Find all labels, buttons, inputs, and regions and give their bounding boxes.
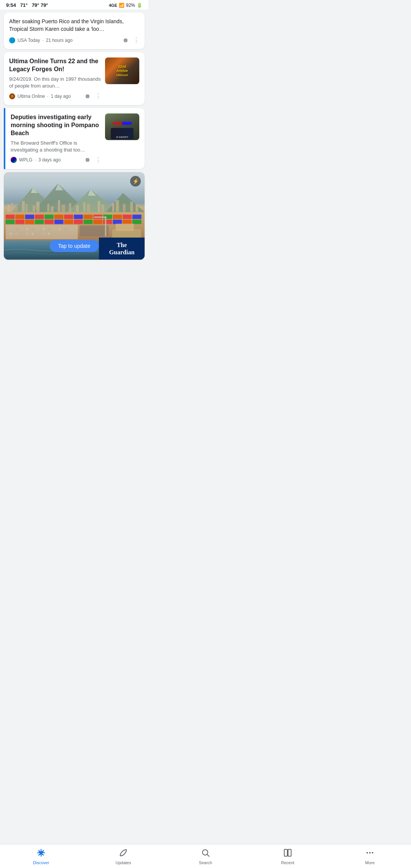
svg-rect-43 (6, 220, 15, 224)
mic-icon[interactable]: ⏺ (123, 37, 129, 44)
usa-today-source-row: USA Today · 21 hours ago ⏺ ⋮ (9, 37, 139, 44)
status-time-temp: 9:54 71° 79° 79° (6, 2, 48, 8)
police-thumbnail: ★ SHERIFF (105, 113, 139, 140)
separator: · (42, 38, 43, 43)
svg-rect-44 (15, 220, 24, 224)
svg-rect-13 (36, 202, 40, 212)
svg-rect-33 (45, 215, 54, 219)
card-text: Ultima Online Turns 22 and the Legacy Fo… (9, 57, 101, 100)
svg-rect-21 (87, 204, 90, 212)
svg-rect-54 (113, 220, 122, 224)
ultima-thumb-text: 22ndAnniveUltimoO (115, 63, 129, 78)
svg-point-74 (32, 233, 34, 235)
content-area: After soaking Puerto Rico and the Virgin… (0, 13, 148, 289)
temps2: 79° 79° (32, 2, 48, 8)
more-options-icon[interactable]: ⋮ (133, 37, 139, 44)
ultima-actions: ⏺ ⋮ (84, 93, 101, 100)
svg-rect-51 (84, 220, 93, 224)
svg-rect-52 (93, 220, 102, 224)
ultima-title: Ultima Online Turns 22 and the Legacy Fo… (9, 57, 101, 73)
svg-rect-80 (94, 216, 106, 218)
usa-today-snippet: After soaking Puerto Rico and the Virgin… (9, 18, 139, 33)
svg-rect-36 (74, 215, 83, 219)
ultima-online-card[interactable]: Ultima Online Turns 22 and the Legacy Fo… (4, 52, 145, 105)
svg-rect-8 (11, 203, 13, 212)
svg-rect-27 (130, 202, 133, 212)
svg-rect-14 (47, 204, 50, 212)
svg-rect-29 (6, 215, 15, 219)
svg-rect-7 (7, 204, 10, 212)
guardian-logo: TheGuardian (99, 238, 145, 260)
wplg-time: 3 days ago (38, 157, 61, 163)
usa-today-time: 21 hours ago (46, 38, 73, 43)
svg-rect-79 (105, 216, 107, 236)
svg-point-64 (43, 228, 45, 230)
svg-rect-56 (132, 220, 142, 224)
pompano-mic-icon[interactable]: ⏺ (84, 156, 91, 163)
svg-point-68 (64, 228, 66, 230)
tap-to-update-button[interactable]: Tap to update (50, 240, 99, 252)
svg-rect-82 (116, 223, 134, 231)
signal-icon: 📶 (119, 3, 124, 8)
svg-point-63 (37, 228, 39, 230)
svg-rect-50 (74, 220, 83, 224)
pompano-beach-card[interactable]: Deputies investigating early morning sho… (4, 108, 145, 169)
svg-rect-12 (33, 205, 35, 212)
pompano-source-row: WPLG · 3 days ago ⏺ ⋮ (11, 156, 101, 164)
svg-rect-28 (135, 204, 138, 212)
ultima-source-name: Ultima Online (18, 94, 45, 99)
temp: 71° (20, 2, 28, 8)
ultima-snippet: 9/24/2019. On this day in 1997 thousands… (9, 76, 101, 89)
svg-rect-41 (123, 215, 132, 219)
pompano-source-left: WPLG · 3 days ago (11, 157, 61, 163)
ultima-icon (9, 93, 15, 99)
ultima-mic-icon[interactable]: ⏺ (84, 93, 91, 100)
svg-point-72 (21, 233, 23, 235)
svg-rect-46 (35, 220, 44, 224)
ultima-source-row: Ultima Online · 1 day ago ⏺ ⋮ (9, 93, 101, 100)
pompano-title: Deputies investigating early morning sho… (11, 113, 101, 137)
svg-point-70 (10, 233, 12, 235)
status-bar: 9:54 71° 79° 79° 4GE 📶 92% 🔋 (0, 0, 148, 10)
ultima-more-icon[interactable]: ⋮ (95, 93, 101, 100)
svg-point-73 (26, 233, 29, 235)
svg-rect-45 (25, 220, 34, 224)
wplg-source-name: WPLG (19, 157, 32, 163)
battery-icon: 🔋 (137, 3, 142, 8)
svg-rect-15 (51, 206, 54, 212)
svg-point-75 (37, 233, 39, 235)
time: 9:54 (6, 2, 16, 8)
screen-wrapper: 9:54 71° 79° 79° 4GE 📶 92% 🔋 After soaki… (0, 0, 148, 289)
svg-point-61 (26, 228, 29, 230)
svg-point-59 (15, 228, 18, 230)
wplg-icon (11, 157, 17, 163)
svg-rect-10 (22, 201, 25, 212)
svg-rect-25 (116, 200, 119, 212)
harbor-image: ⚡ Tap to update TheGuardian (4, 172, 145, 260)
ultima-thumbnail: 22ndAnniveUltimoO (105, 57, 139, 84)
source-left: USA Today · 21 hours ago (9, 37, 73, 43)
lightning-badge: ⚡ (130, 176, 141, 187)
usa-today-card[interactable]: After soaking Puerto Rico and the Virgin… (4, 13, 145, 49)
svg-rect-55 (123, 220, 132, 224)
svg-rect-16 (58, 200, 60, 212)
svg-point-69 (70, 228, 72, 230)
svg-rect-17 (62, 204, 65, 212)
battery-label: 92% (126, 3, 135, 8)
source-actions: ⏺ ⋮ (123, 37, 139, 44)
pompano-card-inner: Deputies investigating early morning sho… (11, 113, 139, 164)
svg-rect-11 (25, 204, 28, 212)
pompano-actions: ⏺ ⋮ (84, 156, 101, 164)
svg-rect-47 (45, 220, 54, 224)
svg-point-76 (43, 233, 45, 235)
svg-rect-35 (64, 215, 73, 219)
svg-point-60 (21, 228, 23, 230)
sep2: · (47, 94, 48, 99)
pompano-more-icon[interactable]: ⋮ (95, 156, 101, 164)
police-car: ★ SHERIFF (111, 128, 134, 139)
guardian-card[interactable]: ⚡ Tap to update TheGuardian (4, 172, 145, 260)
svg-point-58 (10, 228, 12, 230)
svg-point-77 (48, 233, 50, 235)
svg-rect-53 (103, 220, 112, 224)
svg-rect-19 (76, 205, 79, 212)
